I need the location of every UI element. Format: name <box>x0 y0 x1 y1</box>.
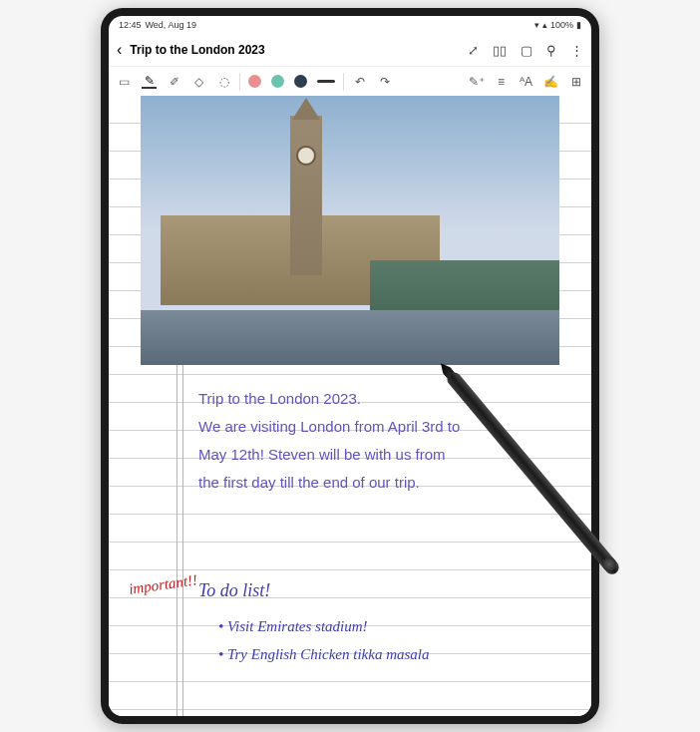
toolbar: ▭ ✎ ✐ ◇ ◌ ↶ ↷ ✎⁺ ≡ ᴬA ✍ <box>109 66 591 96</box>
color-pink[interactable] <box>248 75 261 88</box>
toolbar-divider <box>343 73 344 91</box>
inserted-photo[interactable] <box>141 96 559 365</box>
text-style-icon[interactable]: ᴬA <box>519 74 533 89</box>
tablet-device: 12:45 Wed, Aug 19 ▾ ▴ 100% ▮ ‹ Trip to t… <box>101 8 599 724</box>
color-dark[interactable] <box>294 75 307 88</box>
text-line: the first day till the end of our trip. <box>198 469 561 497</box>
status-date: Wed, Aug 19 <box>146 20 196 30</box>
back-button[interactable]: ‹ <box>117 41 122 59</box>
status-time: 12:45 <box>119 20 142 30</box>
battery-text: 100% <box>550 20 573 30</box>
handwriting-icon[interactable]: ✍ <box>543 74 558 89</box>
list-item: • Visit Emirates stadium! <box>218 612 430 640</box>
note-title: Trip to the London 2023 <box>130 43 460 57</box>
signal-icon: ▴ <box>542 20 547 30</box>
menu-icon[interactable]: ⋮ <box>570 43 583 58</box>
wifi-icon: ▾ <box>534 20 539 30</box>
toolbar-divider <box>239 73 240 91</box>
redo-icon[interactable]: ↷ <box>377 74 392 89</box>
text-tool-icon[interactable]: ▭ <box>117 74 132 89</box>
lasso-tool-icon[interactable]: ◌ <box>216 74 231 89</box>
color-teal[interactable] <box>271 75 284 88</box>
zoom-icon[interactable]: ⊞ <box>568 74 583 89</box>
pen-settings-icon[interactable]: ✎⁺ <box>469 74 484 89</box>
pen-tool-icon[interactable]: ✎ <box>142 74 157 89</box>
screen: 12:45 Wed, Aug 19 ▾ ▴ 100% ▮ ‹ Trip to t… <box>109 16 591 716</box>
attach-icon[interactable]: ⚲ <box>546 43 556 58</box>
todo-list[interactable]: • Visit Emirates stadium! • Try English … <box>218 612 430 668</box>
battery-icon: ▮ <box>576 20 581 30</box>
stroke-width[interactable] <box>317 80 335 83</box>
note-canvas[interactable]: Trip to the London 2023. We are visiting… <box>109 96 591 716</box>
bookmark-icon[interactable]: ▢ <box>521 43 532 58</box>
list-item: • Try English Chicken tikka masala <box>218 640 430 668</box>
reader-icon[interactable]: ▯▯ <box>493 43 507 58</box>
highlighter-tool-icon[interactable]: ✐ <box>167 74 181 89</box>
status-bar: 12:45 Wed, Aug 19 ▾ ▴ 100% ▮ <box>109 16 591 34</box>
align-icon[interactable]: ≡ <box>494 74 509 89</box>
undo-icon[interactable]: ↶ <box>352 74 367 89</box>
text-line: Trip to the London 2023. <box>198 385 561 413</box>
eraser-tool-icon[interactable]: ◇ <box>191 74 206 89</box>
title-bar: ‹ Trip to the London 2023 ⤢ ▯▯ ▢ ⚲ ⋮ <box>109 34 591 66</box>
todo-heading[interactable]: To do list! <box>198 580 270 601</box>
expand-icon[interactable]: ⤢ <box>468 43 479 58</box>
